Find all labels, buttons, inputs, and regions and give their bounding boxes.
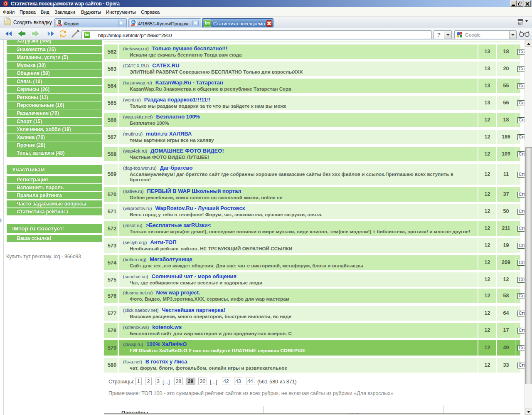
svg-text:wn: wn: [131, 23, 135, 26]
svg-text:CMS: CMS: [57, 23, 63, 26]
